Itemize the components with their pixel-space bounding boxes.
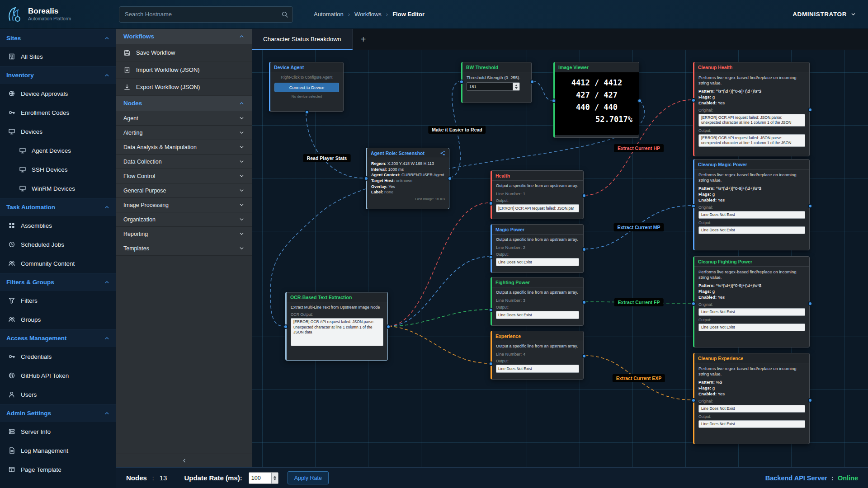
output-port[interactable] [808,108,812,112]
tab-character-status-breakdown[interactable]: Character Status Breakdown [252,29,353,50]
node-header[interactable]: Fighting Power [492,277,583,287]
sidebar-item-scheduled-jobs[interactable]: Scheduled Jobs [0,235,116,254]
node-image-viewer[interactable]: Image Viewer 4412 / 4412 427 / 427 440 /… [553,62,639,138]
node-header[interactable]: Device Agent [270,62,343,72]
sidebar-item-page-template[interactable]: Page Template [0,460,116,479]
sidebar-item-assemblies[interactable]: Assemblies [0,216,116,235]
sidebar-section-admin-settings[interactable]: Admin Settings [0,404,116,422]
palette-category-organization[interactable]: Organization [116,212,252,227]
stepper[interactable] [271,473,278,483]
node-header[interactable]: BW Threshold [462,62,531,72]
output-box[interactable]: Line Does Not Exist [698,324,805,331]
output-port[interactable] [305,110,309,114]
save-workflow-button[interactable]: Save Workflow [116,44,252,61]
line-output-input[interactable] [496,258,579,266]
sidebar-item-users[interactable]: Users [0,385,116,404]
node-magic-power[interactable]: Magic Power Output a specific line from … [491,224,584,273]
input-port[interactable] [459,80,464,84]
sidebar-item-github-api-token[interactable]: GitHub API Token [0,366,116,385]
output-box[interactable]: Line Does Not Exist [698,420,805,428]
output-port[interactable] [808,398,812,403]
output-port[interactable] [582,354,586,358]
sidebar-item-all-sites[interactable]: All Sites [0,47,116,66]
output-port[interactable] [582,247,586,252]
node-health[interactable]: Health Output a specific line from an up… [491,170,584,219]
input-port[interactable] [364,176,368,181]
export-workflow-button[interactable]: Export Workflow (JSON) [116,79,252,96]
sidebar-item-agent-devices[interactable]: Agent Devices [0,141,116,160]
original-box[interactable]: Line Does Not Exist [698,405,805,413]
original-box[interactable]: Line Does Not Exist [698,211,805,219]
sidebar-item-ssh-devices[interactable]: SSH Devices [0,160,116,179]
add-tab-button[interactable]: + [353,29,374,50]
sidebar-section-sites[interactable]: Sites [0,29,116,47]
apply-rate-button[interactable]: Apply Rate [288,471,329,484]
original-box[interactable]: [ERROR] OCR API request failed: JSON.par… [698,114,805,127]
input-port[interactable] [691,204,696,208]
node-header[interactable]: Magic Power [492,225,583,235]
palette-category-alerting[interactable]: Alerting [116,126,252,140]
sidebar-section-task-automation[interactable]: Task Automation [0,198,116,216]
line-output-input[interactable] [496,365,579,373]
output-port[interactable] [582,193,586,198]
palette-category-agent[interactable]: Agent [116,111,252,126]
sidebar-item-credentials[interactable]: Credentials [0,347,116,366]
connect-to-device-button[interactable]: Connect to Device [274,83,339,92]
workflows-header[interactable]: Workflows [116,29,252,44]
palette-category-flow-control[interactable]: Flow Control [116,169,252,183]
sidebar-item-device-approvals[interactable]: Device Approvals [0,84,116,103]
node-experience[interactable]: Experience Output a specific line from a… [491,331,584,380]
edge-ocr-to-health[interactable] [389,203,489,326]
palette-category-image-processing[interactable]: Image Processing [116,198,252,212]
node-agent-role-screenshot[interactable]: Agent Role: Screenshot Region: X:200 Y:4… [366,148,449,209]
ocr-output-box[interactable]: [ERROR] OCR API request failed: JSON.par… [291,318,383,346]
output-box[interactable]: Line Does Not Exist [698,226,805,234]
share-icon[interactable] [440,150,445,156]
collapse-panel-button[interactable] [116,454,252,467]
output-port[interactable] [637,99,642,103]
node-ocr-text-extraction[interactable]: OCR-Based Text Extraction Extract Multi-… [285,292,388,361]
node-cleanup-magic-power[interactable]: Cleanup Magic Power Performs live regex-… [693,159,810,250]
input-port[interactable] [489,308,493,312]
input-port[interactable] [489,201,493,206]
update-rate-input[interactable] [249,473,271,483]
sidebar-item-enrollment-codes[interactable]: Enrollment Codes [0,103,116,122]
input-port[interactable] [691,398,696,403]
node-cleanup-health[interactable]: Cleanup Health Performs live regex-based… [693,62,810,156]
sidebar-section-access-management[interactable]: Access Management [0,329,116,347]
node-header[interactable]: Cleanup Health [694,62,809,72]
sidebar-section-inventory[interactable]: Inventory [0,66,116,84]
sidebar-item-server-info[interactable]: Server Info [0,422,116,441]
search-icon[interactable] [281,11,288,18]
node-header[interactable]: Image Viewer [555,62,639,72]
input-port[interactable] [552,99,556,103]
node-header[interactable]: Cleanup Magic Power [694,160,809,169]
nodes-header[interactable]: Nodes [116,96,252,111]
edge-ocr-to-magic-power[interactable] [389,257,489,326]
line-output-input[interactable] [496,204,579,212]
node-header[interactable]: Agent Role: Screenshot [367,148,449,158]
node-cleanup-experience[interactable]: Cleanup Experience Performs live regex-b… [693,353,810,444]
search-input[interactable] [119,6,293,23]
input-port[interactable] [283,324,288,329]
node-cleanup-fighting-power[interactable]: Cleanup Fighting Power Performs live reg… [693,256,810,347]
original-box[interactable]: Line Does Not Exist [698,308,805,316]
stepper[interactable] [513,83,519,90]
node-header[interactable]: Cleanup Experience [694,353,809,363]
threshold-input[interactable] [467,83,513,90]
palette-category-data-analysis[interactable]: Data Analysis & Manipulation [116,140,252,155]
output-port[interactable] [808,301,812,306]
node-device-agent[interactable]: Device Agent Right-Click to Configure Ag… [269,62,344,112]
sidebar-item-devices[interactable]: Devices [0,122,116,141]
import-workflow-button[interactable]: Import Workflow (JSON) [116,61,252,79]
node-header[interactable]: Cleanup Fighting Power [694,257,809,267]
edge-ocr-to-fighting-power[interactable] [389,310,489,326]
palette-category-general-purpose[interactable]: General Purpose [116,183,252,198]
sidebar-item-community-content[interactable]: Community Content [0,254,116,273]
edge-ocr-to-experience[interactable] [389,326,489,363]
line-output-input[interactable] [496,311,579,319]
sidebar-item-groups[interactable]: Groups [0,310,116,329]
output-port[interactable] [530,80,534,84]
palette-category-data-collection[interactable]: Data Collection [116,155,252,169]
user-menu[interactable]: ADMINISTRATOR [793,11,856,18]
